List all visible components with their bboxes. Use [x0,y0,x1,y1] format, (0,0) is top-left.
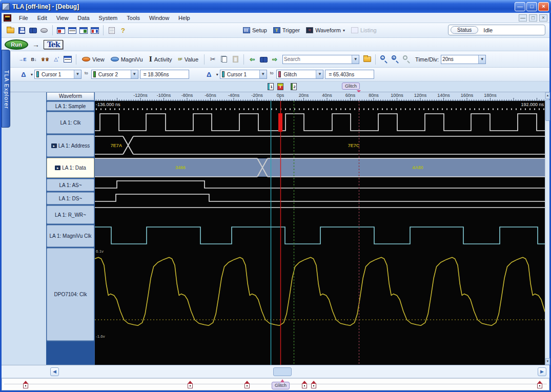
waveform-row-label[interactable]: DPO7104: Clk [47,248,94,341]
trigger-button[interactable]: T Trigger [270,26,303,34]
delta-time-button[interactable]: Δ [18,69,29,80]
trigger-marker[interactable]: T [277,83,283,90]
mixed-window-button[interactable] [89,25,100,36]
waveform-dropdown-arrow[interactable]: ▾ [343,28,345,33]
window-properties-button[interactable] [62,54,73,65]
from-cursor-combo-dropdown-arrow[interactable]: ▼ [259,70,267,78]
from-cursor-combo[interactable]: Cursor 1▼ [220,70,267,79]
listing-window-button[interactable] [67,25,78,36]
scroll-up-arrow[interactable]: ▲ [545,92,550,99]
value-button[interactable]: 0F Value [175,55,202,64]
search-input[interactable]: Search [283,56,352,62]
expand-icon[interactable]: ▸ [51,143,57,148]
waveform-column-header[interactable]: Waveform [47,92,94,100]
mdi-minimize-button[interactable]: — [519,14,527,22]
search-next-button[interactable]: ⇨ [269,54,280,65]
waveform-row-label[interactable]: LA 1: AS~ [47,179,94,191]
waveform-row-label[interactable]: LA 1: Clk [47,112,94,134]
search-combo[interactable]: Search ▼ [282,55,359,64]
group-signals-button[interactable]: B↓ [28,54,39,65]
waveform-window-button[interactable] [78,25,89,36]
title-bar[interactable]: TLA [off-line] - [Debug] — □ × [0,0,551,13]
scroll-left-arrow[interactable]: ◀ [50,367,59,376]
document-icon[interactable] [4,14,11,22]
menu-file[interactable]: File [14,14,33,22]
paste-button[interactable] [230,54,241,65]
time-div-combo[interactable]: 20ns ▼ [441,55,486,64]
help-button[interactable]: ? [117,25,129,36]
search-dropdown-arrow[interactable]: ▼ [352,55,359,64]
menu-tools[interactable]: Tools [122,14,145,22]
setup-window-button[interactable] [55,25,67,36]
properties-button[interactable] [106,25,117,36]
menu-window[interactable]: Window [145,14,174,22]
cut-button[interactable]: ✂ [207,54,218,65]
waveform-row-label[interactable]: ▸LA 1: Data [47,158,94,178]
find-button-2[interactable] [258,54,269,65]
zoom-in-button[interactable]: + [390,54,401,65]
close-button[interactable]: × [538,2,549,11]
bottom-marker[interactable] [302,383,307,388]
search-previous-button[interactable]: ⇦ [247,54,258,65]
view-button[interactable]: View [79,55,108,64]
to-cursor-combo[interactable]: Cursor 2▼ [91,70,138,79]
horizontal-scroll-thumb[interactable] [273,367,292,376]
menu-system[interactable]: System [94,14,123,22]
scroll-right-arrow[interactable]: ▶ [538,367,546,376]
minimize-button[interactable]: — [515,2,525,11]
setup-button[interactable]: Setup [240,26,270,34]
magnivu-button[interactable]: MagniVu [108,55,146,64]
tla-explorer-tab[interactable]: TLA Explorer [2,50,10,128]
delta-dropdown-arrow[interactable]: ▾ [31,72,33,77]
waveform-row-label[interactable]: LA 1: Sample [47,101,94,111]
to-cursor-combo[interactable]: Glitch▼ [276,70,323,79]
expand-icon[interactable]: ▸ [55,166,60,170]
save-search-button[interactable] [361,54,373,65]
bottom-marker[interactable] [23,383,28,388]
menu-help[interactable]: Help [174,14,195,22]
save-button[interactable] [16,25,27,36]
waveform-row-label[interactable]: LA 1: R_WR~ [47,205,94,224]
to-cursor-combo-dropdown-arrow[interactable]: ▼ [316,70,323,78]
vertical-scroll-thumb[interactable] [545,99,550,121]
pointer-mode-button[interactable] [38,25,50,36]
restore-button[interactable]: □ [526,2,537,11]
mdi-restore-button[interactable]: □ [529,14,537,22]
waveform-row-label[interactable]: LA 1: MagniVu Clk [47,225,94,247]
from-cursor-combo[interactable]: Cursor 1▼ [34,70,81,79]
mdi-close-button[interactable]: × [539,14,547,22]
bottom-marker[interactable] [244,383,250,388]
cursor-marker-2[interactable]: 2 [291,83,297,90]
delta-time-button[interactable]: Δ [203,69,215,80]
glitch-tool-button[interactable]: △' [51,54,62,65]
bottom-marker[interactable] [188,383,193,388]
from-cursor-combo-dropdown-arrow[interactable]: ▼ [74,70,81,78]
zoom-out-button[interactable]: − [378,54,390,65]
waveform-canvas[interactable]: -120ns-100ns-80ns-60ns-40ns-20ns0ps20ns4… [95,92,545,365]
delta-dropdown-arrow[interactable]: ▾ [216,72,218,77]
activity-button[interactable]: I Activity [146,54,175,64]
waveform-row-label[interactable]: ▸LA 1: Address [47,135,94,157]
waveform-background[interactable] [95,101,545,365]
copy-button[interactable] [218,54,230,65]
to-cursor-combo-dropdown-arrow[interactable]: ▼ [131,70,138,78]
bottom-marker[interactable] [537,383,542,388]
horizontal-scrollbar[interactable]: ◀ ▶ [2,365,549,378]
run-button[interactable]: Run [5,39,28,50]
bottom-marker[interactable] [311,383,316,388]
find-button[interactable] [27,25,38,36]
search-tools-button[interactable]: ♛♛ [39,54,51,65]
zoom-box-button[interactable] [401,54,412,65]
open-file-button[interactable] [5,25,16,36]
vertical-scrollbar[interactable]: ▲ ▼ [545,92,549,365]
add-waveform-button[interactable]: →E [17,54,28,65]
status-button[interactable]: Status [451,26,478,34]
waveform-row-label[interactable]: LA 1: DS~ [47,192,94,204]
glitch-marker-tag[interactable]: Glitch [342,82,360,90]
scroll-down-arrow[interactable]: ▼ [545,358,550,365]
menu-data[interactable]: Data [73,14,94,22]
bottom-glitch-tag[interactable]: Glitch [272,382,290,389]
waveform-button[interactable]: ≈ Waveform ▾ [303,26,348,34]
cursor-marker-1[interactable]: 1 [268,83,274,90]
time-div-dropdown-arrow[interactable]: ▼ [478,55,485,64]
